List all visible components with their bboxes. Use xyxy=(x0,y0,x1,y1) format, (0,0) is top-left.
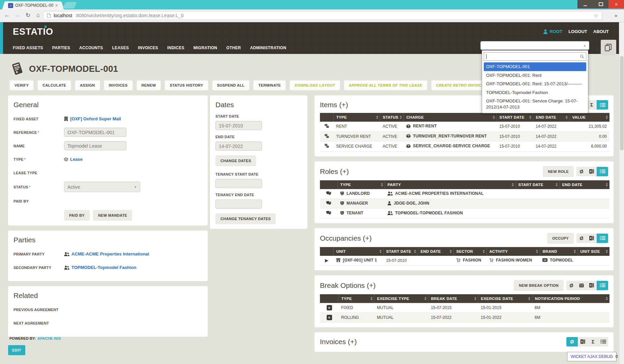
logout-link[interactable]: LOGOUT xyxy=(568,29,587,34)
sum-icon[interactable]: Σ xyxy=(588,337,598,346)
tenancy-end-input[interactable] xyxy=(215,200,262,209)
occ-col-brand[interactable]: BRAND xyxy=(540,247,577,256)
sort-icon[interactable] xyxy=(536,250,538,253)
about-link[interactable]: ABOUT xyxy=(593,29,609,34)
roles-col-party[interactable]: PARTY xyxy=(385,180,515,189)
window-maximize-button[interactable] xyxy=(593,0,608,8)
eye-slash-icon[interactable]: Ø xyxy=(576,234,587,243)
type-link[interactable]: Lease xyxy=(64,157,83,162)
renew-button[interactable]: RENEW xyxy=(137,80,161,90)
occ-col-activity[interactable]: ACTIVITY xyxy=(486,247,540,256)
break-col-notification-period[interactable]: NOTIFICATION PERIOD xyxy=(532,294,610,303)
excel-icon[interactable] xyxy=(578,337,588,346)
start-date-input[interactable] xyxy=(215,121,262,130)
occ-col-unit-size[interactable]: UNIT SIZE xyxy=(577,247,610,256)
invoices-button[interactable]: INVOICES xyxy=(104,80,133,90)
url-bar[interactable]: localhost :8080/wicket/entity/org.estati… xyxy=(43,11,602,20)
roles-col-end-date[interactable]: END DATE xyxy=(559,180,610,189)
list-icon[interactable] xyxy=(597,281,608,290)
break-options-row[interactable]: × ROLLING MUTUAL 15-07-2022 15-01-2022 6… xyxy=(320,312,610,322)
items-col-charge[interactable]: CHARGE xyxy=(404,113,497,122)
occ-col-end-date[interactable]: END DATE xyxy=(418,247,453,256)
sort-icon[interactable] xyxy=(414,250,416,253)
sort-icon[interactable] xyxy=(483,250,485,253)
bookmark-star-icon[interactable]: ☆ xyxy=(594,12,598,19)
change-tenancy-dates-button[interactable]: CHANGE TENANCY DATES xyxy=(215,213,276,224)
sort-icon[interactable] xyxy=(574,250,576,253)
items-row[interactable]: SERVICE CHARGE ACTIVE SERVICE_CHARGE-SER… xyxy=(320,142,610,152)
nav-indices[interactable]: INDICES xyxy=(167,46,184,50)
edit-button[interactable]: EDIT xyxy=(8,345,25,355)
occupy-button[interactable]: OCCUPY xyxy=(547,233,574,244)
fixed-asset-link[interactable]: [OXF] Oxford Super Mall xyxy=(64,116,121,121)
secondary-party-link[interactable]: TOPMODEL-Topmodel Fashion xyxy=(64,265,136,270)
sort-icon[interactable] xyxy=(380,250,382,253)
invoices-title[interactable]: Invoices (+) xyxy=(320,338,566,346)
items-row[interactable]: TURNOVER RENT ACTIVE TURNOVER_RENT-TURNO… xyxy=(320,131,610,142)
dropdown-option[interactable]: OXF-TOPMODEL-001: Service Charge: 15-07-… xyxy=(484,97,586,111)
sort-icon[interactable] xyxy=(606,297,608,300)
estatio-logo[interactable]: ESTATIO xyxy=(13,26,53,37)
entity-select-box[interactable]: ▲ xyxy=(480,41,589,50)
break-options-row[interactable]: × FIXED MUTUAL 15-07-2015 15-01-2015 6M xyxy=(320,303,610,313)
sort-icon[interactable] xyxy=(376,116,378,119)
apache-isis-link[interactable]: APACHE ISIS xyxy=(37,336,61,340)
dropdown-option[interactable]: TOPMODEL-Topmodel Fashion xyxy=(484,88,586,97)
excel-icon[interactable] xyxy=(587,167,597,176)
nav-leases[interactable]: LEASES xyxy=(112,46,129,50)
name-input[interactable] xyxy=(64,141,126,150)
reference-input[interactable] xyxy=(64,128,126,137)
break-col-exercise-date[interactable]: EXERCISE DATE xyxy=(478,294,532,303)
sort-icon[interactable] xyxy=(381,183,383,186)
sort-icon[interactable] xyxy=(400,116,402,119)
excel-icon[interactable] xyxy=(587,234,597,243)
nav-migration[interactable]: MIGRATION xyxy=(194,46,217,50)
sort-icon[interactable] xyxy=(370,297,373,300)
approve-all-terms-button[interactable]: APPROVE ALL TERMS OF THIS LEASE xyxy=(344,80,427,90)
list-icon[interactable] xyxy=(597,167,608,176)
eye-slash-icon[interactable]: Ø xyxy=(576,167,587,176)
forward-button[interactable]: → xyxy=(13,12,22,19)
nav-parties[interactable]: PARTIES xyxy=(52,46,70,50)
reload-button[interactable]: ↻ xyxy=(24,12,32,19)
status-select[interactable]: Active ▼ xyxy=(64,182,140,192)
items-col-status[interactable]: STATUS xyxy=(380,113,404,122)
new-role-button[interactable]: NEW ROLE xyxy=(543,166,574,177)
items-col-value[interactable]: VALUE xyxy=(569,113,610,122)
eye-slash-icon[interactable]: Ø xyxy=(566,337,578,346)
roles-row[interactable]: LANDLORD ACME-ACME PROPERTIES INTERNATIO… xyxy=(320,189,610,199)
occ-col-sector[interactable]: SECTOR xyxy=(453,247,486,256)
dropdown-search-input[interactable] xyxy=(484,52,586,61)
sort-icon[interactable] xyxy=(529,116,531,119)
sort-icon[interactable] xyxy=(606,250,608,253)
browser-tab[interactable]: OXF-TOPMODEL-001 × xyxy=(5,1,61,9)
items-col-type[interactable]: TYPE xyxy=(333,113,380,122)
terminate-button[interactable]: TERMINATE xyxy=(253,80,286,90)
occupancies-title[interactable]: Occupancies (+) xyxy=(320,234,547,242)
break-options-title[interactable]: Break Options (+) xyxy=(320,281,514,290)
excel-icon[interactable] xyxy=(587,281,597,290)
primary-party-link[interactable]: ACME-ACME Properties International xyxy=(64,251,149,256)
tenancy-start-input[interactable] xyxy=(215,179,262,188)
dropdown-option[interactable]: OXF-TOPMODEL-001 xyxy=(484,62,586,71)
new-tab-button[interactable] xyxy=(63,2,77,8)
occ-col-start-date[interactable]: START DATE xyxy=(383,247,418,256)
break-col-break-date[interactable]: BREAK DATE xyxy=(428,294,478,303)
eye-slash-icon[interactable]: Ø xyxy=(566,281,576,290)
sort-icon[interactable] xyxy=(493,116,495,119)
scrollbar-thumb[interactable] xyxy=(620,56,624,150)
break-col-type[interactable]: TYPE xyxy=(338,294,374,303)
user-menu[interactable]: ROOT xyxy=(543,29,563,34)
sort-icon[interactable] xyxy=(424,297,426,300)
suspend-all-button[interactable]: SUSPEND ALL xyxy=(212,80,250,90)
wicket-ajax-debug-link[interactable]: WICKET AJAX DEBUG xyxy=(567,352,617,361)
status-history-button[interactable]: STATUS HISTORY xyxy=(165,80,208,90)
calculate-button[interactable]: CALCULATE xyxy=(37,80,71,90)
items-col-end-date[interactable]: END DATE xyxy=(533,113,569,122)
nav-accounts[interactable]: ACCOUNTS xyxy=(79,46,103,50)
sort-icon[interactable] xyxy=(606,116,608,119)
roles-col-type[interactable]: TYPE xyxy=(337,180,385,189)
sort-icon[interactable] xyxy=(566,116,568,119)
list-icon[interactable] xyxy=(597,234,608,243)
roles-row[interactable]: MANAGER JDOE-DOE, JOHN xyxy=(320,199,610,208)
